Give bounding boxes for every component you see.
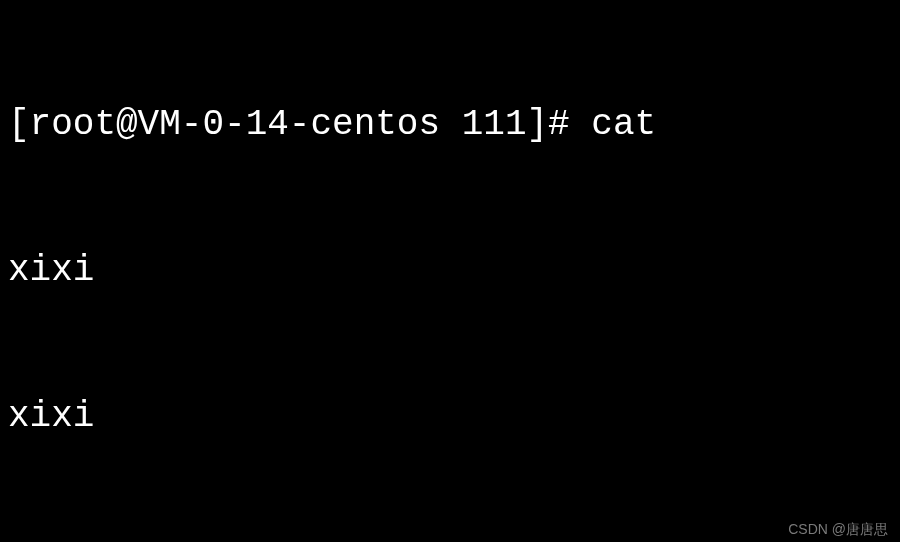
output-line: xixi (8, 393, 892, 442)
output-line: hehe (8, 539, 892, 542)
watermark-text: CSDN @唐唐思 (788, 522, 888, 536)
command-line: [root@VM-0-14-centos 111]# cat (8, 101, 892, 150)
terminal-window[interactable]: [root@VM-0-14-centos 111]# cat xixi xixi… (8, 4, 892, 542)
output-line: xixi (8, 247, 892, 296)
shell-prompt: [root@VM-0-14-centos 111]# (8, 104, 591, 145)
command-text: cat (591, 104, 656, 145)
